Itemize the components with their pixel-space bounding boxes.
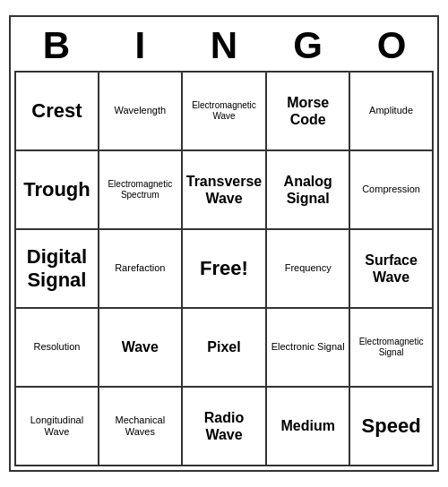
cell-text: Electronic Signal: [271, 341, 345, 353]
cell-text: Crest: [31, 99, 82, 123]
bingo-cell: Trough: [16, 151, 99, 230]
header-letter: I: [99, 21, 183, 71]
header-letter: N: [182, 21, 266, 71]
bingo-cell: Transverse Wave: [183, 151, 268, 230]
bingo-card: BINGO CrestWavelengthElectromagnetic Wav…: [9, 15, 439, 472]
cell-text: Longitudinal Wave: [20, 414, 94, 438]
bingo-cell: Morse Code: [267, 73, 350, 151]
cell-text: Surface Wave: [354, 252, 428, 286]
cell-text: Wave: [122, 338, 159, 355]
cell-text: Rarefaction: [115, 262, 165, 274]
bingo-cell: Medium: [267, 388, 350, 466]
bingo-cell: Free!: [183, 230, 268, 309]
bingo-cell: Electronic Signal: [267, 309, 350, 388]
cell-text: Electromagnetic Signal: [354, 337, 428, 358]
bingo-cell: Surface Wave: [350, 230, 434, 309]
cell-text: Frequency: [285, 262, 332, 274]
bingo-cell: Amplitude: [350, 73, 434, 151]
cell-text: Electromagnetic Spectrum: [103, 179, 177, 201]
cell-text: Amplitude: [369, 105, 413, 116]
cell-text: Electromagnetic Wave: [186, 100, 263, 122]
cell-text: Radio Wave: [186, 409, 263, 443]
bingo-cell: Crest: [16, 73, 99, 151]
cell-text: Mechanical Waves: [103, 414, 177, 438]
bingo-cell: Compression: [350, 151, 434, 230]
cell-text: Free!: [200, 257, 248, 280]
cell-text: Medium: [280, 417, 334, 434]
bingo-cell: Wavelength: [99, 73, 183, 151]
bingo-cell: Electromagnetic Spectrum: [99, 151, 183, 230]
bingo-cell: Longitudinal Wave: [16, 388, 99, 466]
cell-text: Morse Code: [271, 94, 345, 128]
cell-text: Resolution: [33, 341, 80, 353]
header-letter: O: [349, 21, 434, 71]
cell-text: Analog Signal: [271, 173, 345, 207]
cell-text: Compression: [362, 184, 420, 195]
bingo-cell: Pixel: [183, 309, 268, 388]
bingo-cell: Electromagnetic Wave: [183, 73, 268, 151]
bingo-cell: Resolution: [16, 309, 99, 388]
bingo-cell: Electromagnetic Signal: [350, 309, 434, 388]
bingo-header: BINGO: [14, 21, 434, 71]
bingo-cell: Wave: [99, 309, 183, 388]
bingo-cell: Frequency: [267, 230, 350, 309]
bingo-cell: Radio Wave: [183, 388, 268, 466]
bingo-cell: Speed: [350, 388, 434, 466]
cell-text: Speed: [362, 414, 421, 438]
bingo-cell: Mechanical Waves: [99, 388, 183, 466]
cell-text: Wavelength: [114, 105, 166, 116]
bingo-grid: CrestWavelengthElectromagnetic WaveMorse…: [14, 71, 434, 466]
bingo-cell: Analog Signal: [267, 151, 350, 230]
bingo-cell: Rarefaction: [99, 230, 183, 309]
cell-text: Pixel: [207, 338, 240, 355]
header-letter: G: [266, 21, 350, 71]
header-letter: B: [14, 21, 99, 71]
cell-text: Transverse Wave: [186, 173, 263, 207]
cell-text: Digital Signal: [20, 245, 94, 293]
cell-text: Trough: [23, 178, 90, 201]
bingo-cell: Digital Signal: [16, 230, 99, 309]
